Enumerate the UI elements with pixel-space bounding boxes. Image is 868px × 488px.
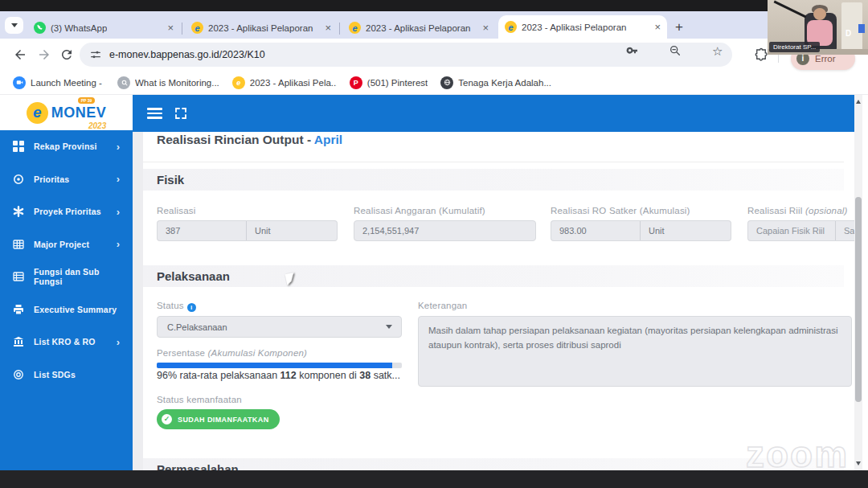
sidebar-item-rekap-provinsi[interactable]: Rekap Provinsi › [0, 130, 133, 163]
fullscreen-icon[interactable] [174, 107, 187, 120]
new-tab-button[interactable]: + [675, 19, 683, 35]
browser-toolbar: e-monev.bappenas.go.id/2023/K10 ☆ ⋮ [0, 39, 868, 71]
logo-word: MONEV [51, 105, 107, 121]
zoom-icon [13, 76, 26, 89]
status-select-value: C.Pelaksanaan [167, 322, 227, 332]
site-settings-icon[interactable] [89, 48, 102, 61]
tab-title: 2023 - Aplikasi Pelaporan Reali [208, 23, 314, 33]
webcam-overlay[interactable]: D Direktorat SP... [768, 0, 868, 55]
realisasi-unit-input[interactable] [247, 220, 338, 241]
check-icon: ✓ [162, 414, 172, 424]
main-content: Realisasi Rincian Output - April Fisik R… [133, 132, 854, 470]
status-select[interactable]: C.Pelaksanaan [157, 316, 402, 338]
menu-toggle-icon[interactable] [147, 108, 162, 119]
background-object [858, 24, 865, 33]
ro-satker-value-input[interactable] [551, 220, 641, 241]
page-scrollbar[interactable] [854, 95, 862, 470]
ro-satker-unit-input[interactable] [641, 220, 731, 241]
bookmark-star-icon[interactable]: ☆ [712, 45, 725, 58]
scroll-up-arrow[interactable] [856, 100, 861, 104]
password-key-icon[interactable] [626, 44, 639, 57]
scrollbar-thumb[interactable] [855, 197, 862, 402]
emonev-logo[interactable]: e MONEV PP 39 2023 [0, 95, 133, 130]
circle-dot-icon [13, 369, 24, 380]
printer-icon [13, 304, 24, 315]
info-icon[interactable]: i [187, 303, 196, 312]
participant-name-label: Direktorat SP... [769, 42, 820, 52]
close-icon[interactable]: × [325, 23, 331, 33]
chevron-right-icon: › [117, 206, 120, 218]
kemanfaatan-label: Status kemanfaatan [157, 395, 242, 404]
bookmark-zoom-meeting[interactable]: Launch Meeting - Z.. [13, 76, 104, 89]
sidebar-item-list-kro-ro[interactable]: List KRO & RO › [0, 326, 133, 359]
back-button[interactable] [13, 47, 27, 62]
riil-label: Realisasi Riil (opsional) [747, 206, 848, 215]
realisasi-label: Realisasi [157, 206, 195, 215]
sidebar-item-proyek-prioritas[interactable]: Proyek Prioritas › [0, 195, 133, 228]
sidebar-item-label: Proyek Prioritas [34, 207, 101, 216]
tab-emonev-1[interactable]: e 2023 - Aplikasi Pelaporan Reali × [185, 17, 338, 39]
scroll-down-arrow[interactable] [856, 461, 861, 465]
emonev-icon: e [191, 22, 203, 34]
chevron-right-icon: › [117, 141, 120, 153]
zoom-out-icon[interactable] [669, 44, 682, 57]
bookmark-tenaga-kerja[interactable]: Tenaga Kerja Adalah... [440, 76, 551, 89]
tab-separator [339, 23, 340, 35]
logo-year: 2023 [88, 121, 106, 130]
tab-title: (3) WhatsApp [51, 23, 107, 33]
sidebar-item-label: List KRO & RO [34, 337, 96, 347]
bookmark-monitoring[interactable]: What is Monitoring... [117, 76, 219, 89]
riil-value-input[interactable] [747, 220, 836, 241]
chevron-down-icon [11, 23, 18, 27]
close-icon[interactable]: × [654, 22, 661, 32]
logo-badge: PP 39 [78, 97, 96, 104]
sidebar-item-label: Prioritas [34, 174, 69, 184]
kemanfaatan-badge[interactable]: ✓ SUDAH DIMANFAATKAN [157, 409, 280, 429]
sidebar-item-prioritas[interactable]: Prioritas › [0, 163, 133, 196]
emonev-page: e MONEV PP 39 2023 Rekap Provinsi › [0, 95, 868, 470]
content-gutter [133, 132, 143, 470]
tab-whatsapp[interactable]: (3) WhatsApp × [27, 17, 180, 39]
tab-search-button[interactable] [5, 17, 23, 34]
letterbox-top [0, 0, 868, 11]
anggaran-value-input[interactable] [354, 220, 536, 241]
tab-title: 2023 - Aplikasi Pelaporan Reali [522, 23, 628, 32]
url-text[interactable]: e-monev.bappenas.go.id/2023/K10 [109, 49, 265, 60]
sidebar-item-label: Fungsi dan Sub Fungsi [34, 267, 120, 286]
reload-button[interactable] [59, 47, 74, 62]
bookmark-pinterest[interactable]: P (501) Pinterest [350, 76, 428, 89]
tab-emonev-2[interactable]: e 2023 - Aplikasi Pelaporan Reali × [342, 17, 495, 39]
status-label: Statusi [157, 301, 196, 312]
riil-label-opsional: (opsional) [805, 206, 848, 215]
bookmark-label: 2023 - Aplikasi Pela... [250, 78, 337, 88]
bookmark-emonev[interactable]: e 2023 - Aplikasi Pela... [232, 76, 337, 89]
tab-title: 2023 - Aplikasi Pelaporan Reali [366, 23, 472, 33]
tab-emonev-active[interactable]: e 2023 - Aplikasi Pelaporan Reali × [498, 15, 667, 39]
bookmark-label: Tenaga Kerja Adalah... [458, 78, 551, 88]
realisasi-value-input[interactable] [157, 220, 247, 241]
sidebar-item-list-sdgs[interactable]: List SDGs [0, 359, 133, 392]
riil-unit-input[interactable] [836, 220, 854, 241]
zoom-screen-share: (3) WhatsApp × e 2023 - Aplikasi Pelapor… [0, 0, 868, 488]
close-icon[interactable]: × [167, 23, 174, 33]
mic-boom-arm [774, 1, 807, 18]
table-icon [13, 239, 24, 250]
sidebar-item-executive-summary[interactable]: Executive Summary [0, 293, 133, 326]
chevron-right-icon: › [117, 238, 120, 250]
sidebar-item-major-project[interactable]: Major Project › [0, 228, 133, 261]
asterisk-icon [13, 206, 24, 217]
whatsapp-icon [34, 22, 46, 34]
grid-icon [13, 141, 24, 152]
chevron-right-icon: › [117, 173, 120, 185]
extensions-icon[interactable] [754, 47, 768, 62]
sidebar-item-fungsi[interactable]: Fungsi dan Sub Fungsi [0, 260, 133, 293]
page-title-month: April [314, 133, 342, 146]
forward-button[interactable] [37, 47, 51, 62]
section-pelaksanaan-header: Pelaksanaan [143, 265, 844, 287]
pinterest-icon: P [350, 76, 362, 89]
keterangan-textarea[interactable]: Masih dalam tahap persiapan pelaksanaan … [418, 316, 852, 387]
sidebar-item-label: Rekap Provinsi [34, 141, 97, 151]
close-icon[interactable]: × [482, 23, 489, 33]
persentase-summary: 96% rata-rata pelaksanaan 112 komponen d… [157, 370, 400, 381]
sidebar-item-label: List SDGs [34, 370, 76, 379]
